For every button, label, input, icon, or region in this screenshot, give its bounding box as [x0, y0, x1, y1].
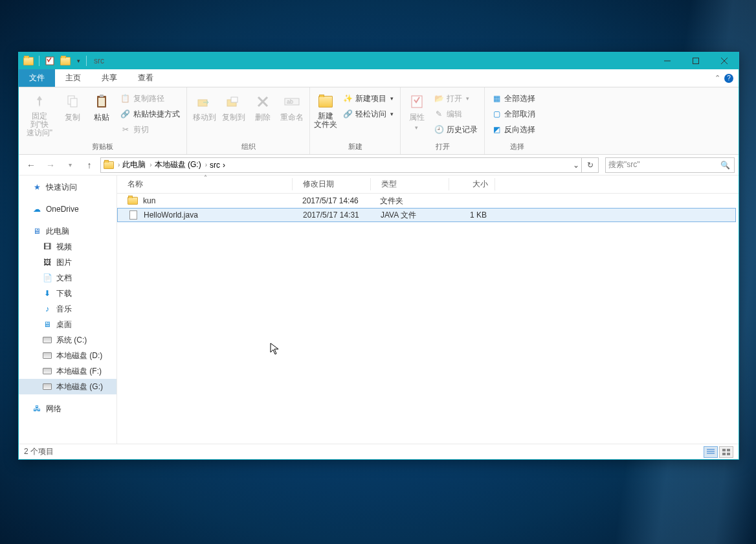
disk-icon	[42, 367, 52, 376]
history-icon: 🕘	[434, 124, 444, 135]
close-button[interactable]	[710, 52, 739, 69]
cut-button[interactable]: ✂剪切	[118, 122, 183, 137]
crumb-pc[interactable]: 此电脑	[122, 159, 146, 170]
ribbon-collapse-icon[interactable]: ⌃	[715, 74, 720, 82]
sidebar-disk-d[interactable]: 本地磁盘 (D:)	[19, 348, 117, 363]
delete-button[interactable]: 删除	[250, 90, 276, 123]
status-bar: 2 个项目	[19, 444, 739, 459]
sidebar-music[interactable]: ♪音乐	[19, 301, 117, 317]
downloads-icon: ⬇	[42, 289, 52, 298]
explorer-window: ▾ src 文件 主页 共享 查看 ⌃ ? 固定到"快 速访问"	[18, 52, 739, 460]
newfolder-button[interactable]: 新建 文件夹	[314, 90, 337, 129]
file-row[interactable]: HelloWorld.java2017/5/17 14:31JAVA 文件1 K…	[117, 208, 736, 222]
ribbon: 固定到"快 速访问" 复制 粘贴 📋复制路径 🔗粘贴快捷方式 ✂剪切 剪贴板	[19, 87, 739, 155]
qat-dropdown-icon[interactable]: ▾	[74, 54, 83, 68]
paste-shortcut-button[interactable]: 🔗粘贴快捷方式	[118, 107, 183, 121]
svg-rect-10	[198, 100, 207, 106]
invert-icon: ◩	[491, 124, 502, 135]
sort-indicator-icon: ˄	[204, 174, 207, 181]
file-name: kun	[143, 196, 155, 205]
address-bar[interactable]: ›此电脑 ›本地磁盘 (G:) ›src › ⌄	[100, 157, 582, 173]
title-bar[interactable]: ▾ src	[19, 52, 739, 69]
newitem-button[interactable]: ✨新建项目▾	[340, 91, 396, 106]
sidebar-onedrive[interactable]: ☁OneDrive	[19, 201, 117, 217]
forward-button[interactable]: →	[42, 157, 59, 173]
easyaccess-button[interactable]: 🔗轻松访问▾	[340, 107, 396, 121]
selectall-button[interactable]: ▦全部选择	[489, 91, 538, 106]
svg-rect-9	[100, 95, 104, 97]
col-date[interactable]: 修改日期	[293, 179, 370, 190]
svg-rect-6	[71, 98, 77, 107]
sidebar-pictures[interactable]: 🖼图片	[19, 255, 117, 270]
tab-share[interactable]: 共享	[91, 69, 128, 87]
svg-rect-19	[722, 449, 726, 451]
tab-home[interactable]: 主页	[55, 69, 91, 87]
file-date: 2017/5/17 14:31	[293, 210, 370, 220]
newfolder-icon	[316, 93, 335, 111]
back-button[interactable]: ←	[23, 157, 39, 173]
sidebar-video[interactable]: 🎞视频	[19, 239, 117, 255]
easyaccess-icon: 🔗	[342, 109, 353, 119]
copyto-button[interactable]: 复制到	[220, 90, 247, 123]
pc-icon: 🖥	[32, 227, 42, 236]
search-input[interactable]: 搜索"src" 🔍	[605, 157, 735, 173]
sidebar-documents[interactable]: 📄文档	[19, 270, 117, 286]
sidebar-network[interactable]: 🖧网络	[19, 401, 117, 416]
disk-icon	[42, 351, 52, 360]
view-details-button[interactable]	[704, 446, 718, 458]
nav-pane: ★快速访问 ☁OneDrive 🖥此电脑 🎞视频 🖼图片 📄文档 ⬇下载 ♪音乐…	[19, 176, 117, 444]
file-type: 文件夹	[370, 196, 447, 207]
minimize-button[interactable]	[653, 52, 682, 69]
sidebar-disk-g[interactable]: 本地磁盘 (G:)	[19, 379, 117, 394]
ribbon-tabs: 文件 主页 共享 查看 ⌃ ?	[19, 69, 739, 87]
pin-icon	[30, 93, 49, 111]
crumb-drive[interactable]: 本地磁盘 (G:)	[155, 159, 201, 170]
qat-newfolder-icon[interactable]	[58, 54, 72, 68]
up-button[interactable]: ↑	[81, 157, 98, 173]
moveto-button[interactable]: 移动到	[191, 90, 217, 123]
crumb-folder[interactable]: src	[210, 161, 220, 170]
properties-button[interactable]: 属性▾	[405, 90, 428, 131]
file-size: 1 KB	[448, 210, 493, 220]
sidebar-downloads[interactable]: ⬇下载	[19, 286, 117, 301]
edit-icon: ✎	[434, 109, 444, 119]
tab-file[interactable]: 文件	[19, 69, 55, 87]
cut-icon: ✂	[120, 124, 131, 135]
sidebar-quickaccess[interactable]: ★快速访问	[19, 179, 117, 195]
recent-dropdown[interactable]: ▾	[61, 157, 78, 173]
invertselect-button[interactable]: ◩反向选择	[489, 122, 538, 137]
copy-button[interactable]: 复制	[59, 90, 86, 123]
sidebar-thispc[interactable]: 🖥此电脑	[19, 223, 117, 239]
sidebar-disk-c[interactable]: 系统 (C:)	[19, 332, 117, 348]
addr-dropdown-icon[interactable]: ⌄	[570, 158, 581, 172]
history-button[interactable]: 🕘历史记录	[431, 122, 480, 137]
path-icon: 📋	[120, 93, 131, 104]
search-icon: 🔍	[720, 161, 730, 170]
view-icons-button[interactable]	[719, 446, 733, 458]
video-icon: 🎞	[42, 242, 52, 251]
tab-view[interactable]: 查看	[128, 69, 164, 87]
col-type[interactable]: 类型	[371, 179, 449, 190]
file-row[interactable]: kun2017/5/17 14:46文件夹	[117, 194, 739, 208]
edit-button[interactable]: ✎编辑	[431, 107, 480, 121]
refresh-button[interactable]: ↻	[582, 157, 599, 173]
open-button[interactable]: 📂打开▾	[431, 91, 480, 106]
newitem-icon: ✨	[342, 93, 353, 104]
maximize-button[interactable]	[682, 52, 710, 69]
col-size[interactable]: 大小	[449, 179, 495, 190]
paste-button[interactable]: 粘贴	[88, 90, 115, 123]
group-clipboard-label: 剪贴板	[19, 141, 186, 154]
selectnone-button[interactable]: ▢全部取消	[489, 107, 538, 121]
rename-button[interactable]: ab重命名	[279, 90, 306, 123]
file-type: JAVA 文件	[370, 210, 448, 221]
sidebar-disk-f[interactable]: 本地磁盘 (F:)	[19, 363, 117, 379]
sidebar-desktop[interactable]: 🖥桌面	[19, 317, 117, 332]
copy-path-button[interactable]: 📋复制路径	[118, 91, 183, 106]
qat-properties-icon[interactable]	[43, 54, 57, 68]
disk-icon	[42, 382, 52, 391]
pin-quickaccess-button[interactable]: 固定到"快 速访问"	[23, 90, 56, 137]
file-name: HelloWorld.java	[144, 210, 198, 220]
paste-icon	[92, 93, 111, 111]
list-header[interactable]: ˄ 名称 修改日期 类型 大小	[117, 176, 739, 194]
help-icon[interactable]: ?	[724, 74, 733, 83]
